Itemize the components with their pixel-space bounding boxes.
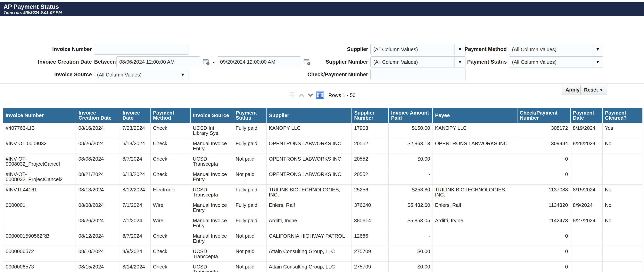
cell-payment-cleared: [602, 262, 642, 272]
chevron-down-icon[interactable]: ▼: [592, 47, 603, 52]
cell-invoice-source: Manual Invoice Entry: [190, 200, 233, 215]
between-label: Between: [94, 59, 115, 65]
cell-supplier: Ehlers, Ralf: [266, 200, 352, 215]
cell-payee: Arditti, Irvine: [432, 215, 517, 231]
cell-invoice-creation-date: 08/16/2024: [76, 123, 120, 138]
cell-invoice-date: 8/7/2024: [120, 154, 150, 169]
cell-supplier: TRILINK BIOTECHNOLOGIES, INC.: [266, 185, 352, 200]
cell-invoice-creation-date: 08/13/2024: [76, 185, 120, 200]
cell-invoice-amount-paid: $150.00: [388, 123, 432, 138]
cell-supplier: Arditti, Irvine: [266, 215, 352, 231]
cell-payee: TRILINK BIOTECHNOLOGIES, INC.: [432, 185, 517, 200]
cell-payment-date: [570, 154, 602, 169]
apply-button[interactable]: Apply: [562, 85, 583, 95]
cell-payment-date: 8/15/2024: [570, 185, 602, 200]
cell-invoice-number: 0000001590562RB: [3, 231, 76, 246]
check-payment-number-input[interactable]: [370, 69, 466, 80]
cell-payee: [432, 262, 517, 272]
cell-invoice-date: 8/7/2024: [120, 231, 150, 246]
cell-supplier: Attain Consulting Group, LLC: [266, 246, 352, 262]
payment-status-selected-value: (All Column Values): [509, 57, 592, 67]
cell-check-payment-number: 1134320: [517, 200, 570, 215]
table-row: #INVTL4416108/13/20248/12/2024Electronic…: [3, 185, 642, 200]
cell-payment-method: Check: [150, 123, 190, 138]
column-header-invoice-date[interactable]: Invoice Date: [120, 108, 150, 123]
cell-invoice-date: 7/23/2024: [120, 123, 150, 138]
payment-method-selected-value: (All Column Values): [509, 44, 592, 55]
table-row: #407766-LIB08/16/20247/23/2024CheckUCSD …: [3, 123, 642, 138]
cell-supplier-number: 275709: [352, 262, 388, 272]
payment-method-select[interactable]: (All Column Values) ▼: [509, 44, 604, 55]
reset-button[interactable]: Reset▼: [580, 85, 607, 95]
cell-invoice-date: 6/18/2024: [120, 169, 150, 185]
date-from-input[interactable]: [116, 56, 200, 67]
cell-invoice-source: UCSD Transcepta: [190, 262, 233, 272]
column-header-supplier[interactable]: Supplier: [266, 108, 352, 123]
cell-invoice-source: Manual Invoice Entry: [190, 215, 233, 231]
cell-payment-method: Check: [150, 169, 190, 185]
payment-method-label: Payment Method: [436, 46, 507, 52]
next-rows-icon[interactable]: [307, 92, 314, 99]
table-header-row: Invoice NumberInvoice Creation DateInvoi…: [3, 108, 642, 123]
cell-payment-date: 8/9/2024: [570, 200, 602, 215]
chevron-down-icon: ▼: [600, 88, 603, 92]
cell-check-payment-number: 308172: [517, 123, 570, 138]
column-header-invoice-number[interactable]: Invoice Number: [3, 108, 76, 123]
date-to-input[interactable]: [217, 56, 301, 67]
cell-invoice-number: #INV-OT-0008032_ProjectCancel: [3, 154, 76, 169]
report-banner: AP Payment Status Time run: 9/5/2024 9:0…: [0, 2, 644, 16]
column-header-supplier-number[interactable]: Supplier Number: [352, 108, 388, 123]
cell-invoice-date: 6/18/2024: [120, 138, 150, 154]
chevron-down-icon[interactable]: ▼: [592, 59, 603, 65]
column-header-payment-date[interactable]: Payment Date: [570, 108, 602, 123]
table-body: #407766-LIB08/16/20247/23/2024CheckUCSD …: [3, 123, 642, 272]
column-header-invoice-creation-date[interactable]: Invoice Creation Date: [76, 108, 120, 123]
invoice-creation-date-label: Invoice Creation Date: [18, 59, 92, 65]
cell-invoice-date: 8/12/2024: [120, 185, 150, 200]
cell-payment-cleared: [602, 246, 642, 262]
column-header-invoice-source[interactable]: Invoice Source: [190, 108, 233, 123]
cell-supplier-number: 17903: [352, 123, 388, 138]
cell-invoice-number: 0000006572: [3, 246, 76, 262]
cell-invoice-creation-date: 08/26/2024: [76, 138, 120, 154]
chevron-down-icon[interactable]: ▼: [177, 72, 188, 77]
cell-supplier: CALIFORNIA HIGHWAY PATROL: [266, 231, 352, 246]
cell-invoice-number: #INV-OT-0008032_ProjectCancel2: [3, 169, 76, 185]
cell-supplier: KANOPY LLC: [266, 123, 352, 138]
column-header-payment-status[interactable]: Payment Status: [233, 108, 266, 123]
calendar-clock-icon[interactable]: [202, 58, 210, 66]
cell-check-payment-number: 0: [517, 169, 570, 185]
check-payment-number-label: Check/Payment Number: [293, 72, 368, 78]
ap-payment-status-table: Invoice NumberInvoice Creation DateInvoi…: [3, 108, 642, 272]
cell-check-payment-number: 0: [517, 246, 570, 262]
cell-payment-method: Wire: [150, 215, 190, 231]
cell-payee: [432, 169, 517, 185]
display-maximum-rows-icon[interactable]: [316, 91, 324, 99]
cell-payment-status: Fully paid: [233, 185, 266, 200]
cell-invoice-creation-date: 08/10/2024: [76, 246, 120, 262]
invoice-number-input[interactable]: [94, 44, 188, 55]
column-header-check-payment-number[interactable]: Check/Payment Number: [517, 108, 570, 123]
table-row: #INV-OT-000803208/26/20246/18/2024CheckM…: [3, 138, 642, 154]
report-table-container: Invoice NumberInvoice Creation DateInvoi…: [3, 108, 642, 272]
cell-payment-cleared: No: [602, 138, 642, 154]
cell-invoice-amount-paid: $5,853.05: [388, 215, 432, 231]
cell-check-payment-number: 0: [517, 154, 570, 169]
supplier-label: Supplier: [293, 46, 368, 52]
column-header-payment-method[interactable]: Payment Method: [150, 108, 190, 123]
cell-invoice-creation-date: 08/08/2024: [76, 154, 120, 169]
table-row: #INV-OT-0008032_ProjectCancel08/08/20248…: [3, 154, 642, 169]
cell-supplier-number: 25256: [352, 185, 388, 200]
cell-payment-cleared: No: [602, 215, 642, 231]
column-header-payee[interactable]: Payee: [432, 108, 517, 123]
cell-supplier: Attain Consulting Group, LLC: [266, 262, 352, 272]
cell-invoice-source: Manual Invoice Entry: [190, 138, 233, 154]
column-header-payment-cleared[interactable]: Payment Cleared?: [602, 108, 642, 123]
filter-panel: Invoice Number Invoice Creation Date Bet…: [0, 16, 644, 83]
cell-payment-date: [570, 262, 602, 272]
payment-status-select[interactable]: (All Column Values) ▼: [509, 56, 604, 68]
cell-check-payment-number: 0: [517, 262, 570, 272]
cell-supplier-number: 275709: [352, 246, 388, 262]
invoice-source-select[interactable]: (All Column Values) ▼: [94, 69, 188, 80]
column-header-invoice-amount-paid[interactable]: Invoice Amount Paid: [388, 108, 432, 123]
